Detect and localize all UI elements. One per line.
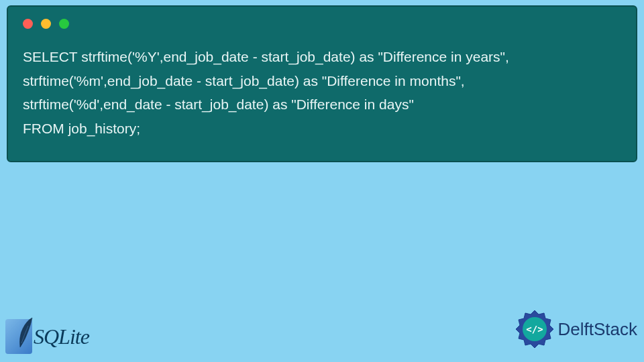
sqlite-text: SQLite: [34, 324, 89, 349]
code-block: SELECT strftime('%Y',end_job_date - star…: [23, 45, 621, 141]
delftstack-logo: </> DelftStack: [514, 308, 638, 350]
sqlite-box-icon: [5, 319, 32, 354]
code-panel: SELECT strftime('%Y',end_job_date - star…: [7, 5, 637, 162]
window-controls: [23, 19, 621, 29]
code-line-1: SELECT strftime('%Y',end_job_date - star…: [23, 49, 509, 64]
feather-icon: [17, 316, 34, 349]
close-icon: [23, 19, 33, 29]
code-line-4: FROM job_history;: [23, 121, 140, 136]
delftstack-badge-icon: </>: [514, 308, 555, 350]
code-line-2: strftime('%m',end_job_date - start_job_d…: [23, 73, 465, 88]
svg-text:</>: </>: [526, 324, 543, 335]
maximize-icon: [59, 19, 69, 29]
code-line-3: strftime('%d',end_date - start_job_date)…: [23, 97, 414, 112]
delftstack-text: DelftStack: [558, 319, 638, 340]
sqlite-logo: SQLite: [5, 319, 89, 354]
minimize-icon: [41, 19, 51, 29]
